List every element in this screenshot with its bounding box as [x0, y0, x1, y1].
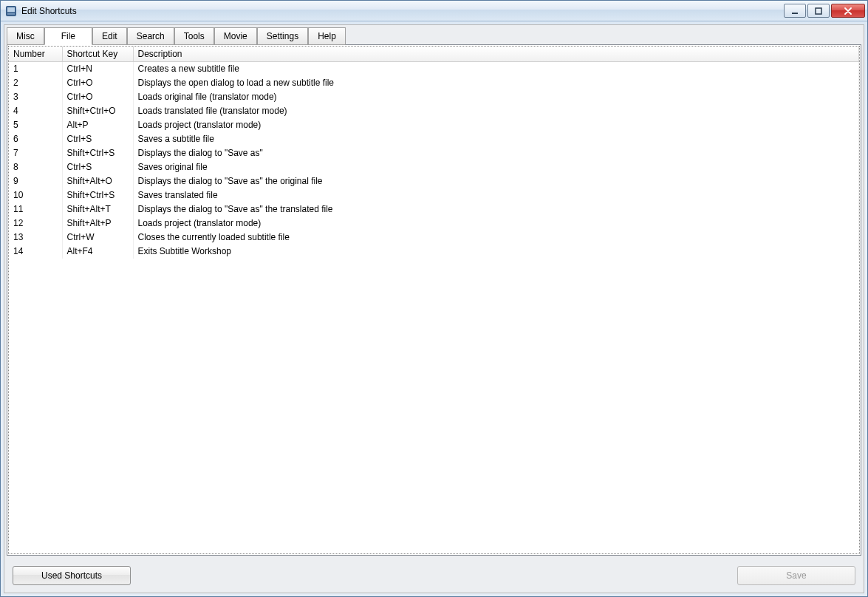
cell-number: 12 [9, 216, 62, 231]
cell-description: Loads project (translator mode) [133, 216, 859, 231]
tab-edit[interactable]: Edit [92, 27, 127, 45]
column-header-description[interactable]: Description [133, 47, 859, 62]
table-row[interactable]: 2Ctrl+ODisplays the open dialog to load … [9, 76, 859, 90]
svg-rect-3 [792, 13, 798, 14]
cell-shortcut: Shift+Ctrl+S [62, 146, 133, 160]
cell-description: Saves translated file [133, 188, 859, 202]
window-controls [784, 4, 865, 18]
cell-number: 10 [9, 188, 62, 202]
tab-label: Misc [16, 31, 35, 41]
window-title: Edit Shortcuts [21, 6, 784, 16]
table-row[interactable]: 8Ctrl+SSaves original file [9, 160, 859, 174]
tab-panel: Number Shortcut Key Description 1Ctrl+NC… [7, 44, 861, 556]
cell-number: 3 [9, 90, 62, 104]
table-row[interactable]: 9Shift+Alt+ODisplays the dialog to "Save… [9, 174, 859, 188]
cell-number: 14 [9, 245, 62, 259]
table-header-row: Number Shortcut Key Description [9, 47, 859, 62]
tabbar: MiscFileEditSearchToolsMovieSettingsHelp [7, 27, 861, 45]
cell-description: Displays the dialog to "Save as" the tra… [133, 202, 859, 216]
table-row[interactable]: 4Shift+Ctrl+OLoads translated file (tran… [9, 104, 859, 118]
cell-description: Closes the currently loaded subtitle fil… [133, 231, 859, 245]
cell-number: 6 [9, 132, 62, 146]
tab-search[interactable]: Search [127, 27, 174, 45]
window: Edit Shortcuts MiscFileEditSearchToolsMo… [0, 0, 868, 597]
cell-description: Displays the dialog to "Save as" [133, 146, 859, 160]
app-icon [5, 5, 17, 17]
tab-tools[interactable]: Tools [174, 27, 214, 45]
cell-shortcut: Ctrl+S [62, 132, 133, 146]
tab-label: Edit [102, 31, 117, 41]
cell-description: Loads project (translator mode) [133, 118, 859, 132]
cell-shortcut: Alt+F4 [62, 245, 133, 259]
tab-movie[interactable]: Movie [214, 27, 257, 45]
cell-shortcut: Alt+P [62, 118, 133, 132]
cell-number: 4 [9, 104, 62, 118]
table-row[interactable]: 7Shift+Ctrl+SDisplays the dialog to "Sav… [9, 146, 859, 160]
cell-description: Loads original file (translator mode) [133, 90, 859, 104]
tab-label: Search [137, 31, 165, 41]
cell-number: 11 [9, 202, 62, 216]
cell-description: Saves a subtitle file [133, 132, 859, 146]
cell-shortcut: Shift+Alt+T [62, 202, 133, 216]
svg-rect-1 [7, 7, 15, 12]
tab-label: Tools [184, 31, 205, 41]
cell-number: 7 [9, 146, 62, 160]
titlebar[interactable]: Edit Shortcuts [1, 1, 867, 21]
table-row[interactable]: 11Shift+Alt+TDisplays the dialog to "Sav… [9, 202, 859, 216]
table-row[interactable]: 13Ctrl+WCloses the currently loaded subt… [9, 231, 859, 245]
used-shortcuts-button[interactable]: Used Shortcuts [13, 566, 131, 585]
shortcuts-table: Number Shortcut Key Description 1Ctrl+NC… [9, 47, 859, 259]
cell-number: 9 [9, 174, 62, 188]
cell-number: 13 [9, 231, 62, 245]
tab-settings[interactable]: Settings [257, 27, 308, 45]
footer: Used Shortcuts Save [7, 556, 861, 588]
tab-label: File [61, 31, 75, 41]
cell-number: 2 [9, 76, 62, 90]
table-row[interactable]: 1Ctrl+NCreates a new subtitle file [9, 62, 859, 76]
cell-description: Loads translated file (translator mode) [133, 104, 859, 118]
column-header-shortcut[interactable]: Shortcut Key [62, 47, 133, 62]
shortcuts-grid[interactable]: Number Shortcut Key Description 1Ctrl+NC… [8, 46, 860, 554]
cell-description: Saves original file [133, 160, 859, 174]
cell-shortcut: Ctrl+O [62, 76, 133, 90]
minimize-button[interactable] [784, 4, 806, 18]
table-row[interactable]: 10Shift+Ctrl+SSaves translated file [9, 188, 859, 202]
cell-shortcut: Ctrl+N [62, 62, 133, 76]
cell-description: Exits Subtitle Workshop [133, 245, 859, 259]
maximize-button[interactable] [807, 4, 830, 18]
cell-description: Creates a new subtitle file [133, 62, 859, 76]
close-button[interactable] [831, 4, 865, 18]
cell-number: 8 [9, 160, 62, 174]
cell-description: Displays the open dialog to load a new s… [133, 76, 859, 90]
tab-label: Movie [224, 31, 247, 41]
table-row[interactable]: 5Alt+PLoads project (translator mode) [9, 118, 859, 132]
cell-shortcut: Shift+Ctrl+S [62, 188, 133, 202]
tab-label: Settings [267, 31, 298, 41]
cell-description: Displays the dialog to "Save as" the ori… [133, 174, 859, 188]
cell-shortcut: Ctrl+O [62, 90, 133, 104]
table-row[interactable]: 3Ctrl+OLoads original file (translator m… [9, 90, 859, 104]
table-row[interactable]: 6Ctrl+SSaves a subtitle file [9, 132, 859, 146]
save-button: Save [737, 566, 855, 585]
cell-number: 1 [9, 62, 62, 76]
tab-label: Help [318, 31, 336, 41]
table-row[interactable]: 12Shift+Alt+PLoads project (translator m… [9, 216, 859, 231]
tab-file[interactable]: File [44, 27, 92, 45]
tab-misc[interactable]: Misc [7, 27, 44, 45]
content-area: MiscFileEditSearchToolsMovieSettingsHelp… [4, 24, 864, 593]
svg-rect-2 [7, 13, 15, 15]
cell-number: 5 [9, 118, 62, 132]
cell-shortcut: Shift+Alt+O [62, 174, 133, 188]
cell-shortcut: Ctrl+W [62, 231, 133, 245]
cell-shortcut: Shift+Ctrl+O [62, 104, 133, 118]
cell-shortcut: Ctrl+S [62, 160, 133, 174]
column-header-number[interactable]: Number [9, 47, 62, 62]
table-row[interactable]: 14Alt+F4Exits Subtitle Workshop [9, 245, 859, 259]
tab-help[interactable]: Help [308, 27, 346, 45]
cell-shortcut: Shift+Alt+P [62, 216, 133, 231]
svg-rect-4 [816, 8, 821, 14]
